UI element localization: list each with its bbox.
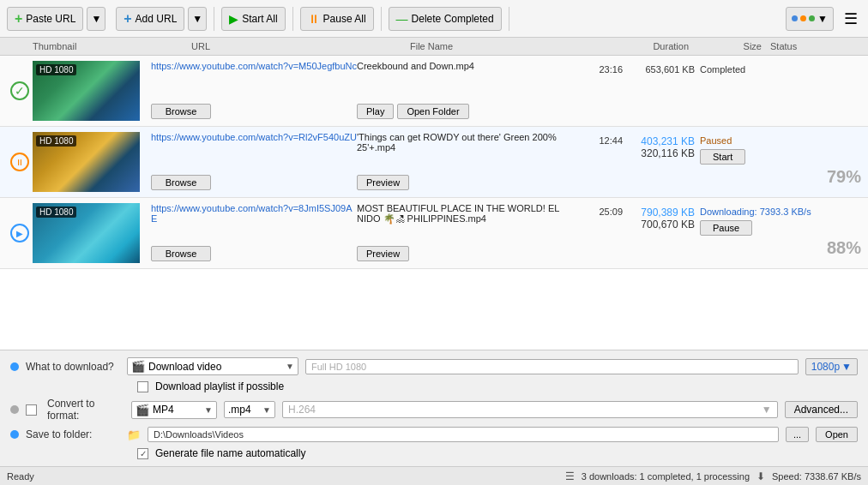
- quality-input: Full HD 1080: [305, 359, 799, 374]
- toolbar: + Paste URL ▼ + Add URL ▼ ▶ Start All ⏸ …: [0, 0, 868, 38]
- row-url-3: https://www.youtube.com/watch?v=8JmI5SJ0…: [151, 203, 357, 224]
- download-type-select[interactable]: 🎬 Download video ▼: [127, 357, 298, 375]
- codec-input: H.264 ▼: [282, 401, 778, 418]
- preview-button-2[interactable]: Preview: [357, 175, 409, 190]
- row-filename-col-3: MOST BEAUTIFUL PLACE IN THE WORLD! EL NI…: [357, 203, 571, 263]
- browse-button-1[interactable]: Browse: [151, 104, 211, 119]
- row-status-icon-1: ✓: [7, 61, 33, 121]
- downloads-info: 3 downloads: 1 completed, 1 processing: [582, 471, 750, 482]
- row-url-2: https://www.youtube.com/watch?v=Rl2vF540…: [151, 132, 357, 142]
- row-url-1: https://www.youtube.com/watch?v=M50Jegfb…: [151, 61, 357, 71]
- thumbnail-image-1: HD 1080: [33, 61, 140, 121]
- auto-filename-checkbox[interactable]: ✓: [137, 448, 148, 459]
- format-arrow: ▼: [204, 405, 213, 415]
- list-icon: ☰: [565, 470, 575, 482]
- open-folder-button[interactable]: Open: [816, 427, 858, 442]
- play-button-1[interactable]: Play: [357, 104, 394, 119]
- row-duration-1: 23:16: [571, 61, 623, 121]
- add-url-dropdown[interactable]: ▼: [188, 7, 207, 31]
- folder-path-input[interactable]: [148, 427, 779, 442]
- dot-orange: [800, 15, 806, 21]
- auto-filename-label: Generate file name automatically: [155, 447, 305, 459]
- download-arrow-icon: ⬇: [756, 470, 765, 482]
- row-duration-3: 25:09: [571, 203, 623, 263]
- row-percent-3: 88%: [827, 238, 861, 258]
- advanced-button[interactable]: Advanced...: [785, 401, 858, 418]
- bp-row-playlist: Download playlist if possible: [10, 380, 858, 392]
- row-status-icon-2: ⏸: [7, 132, 33, 192]
- play-icon: ▶: [229, 12, 238, 26]
- start-all-button[interactable]: ▶ Start All: [221, 7, 285, 31]
- row-actions-1: Play Open Folder: [357, 104, 571, 119]
- row-percent-2: 79%: [827, 167, 861, 187]
- format-film-icon: 🎬: [136, 404, 149, 416]
- hd-badge-2: HD 1080: [36, 135, 76, 147]
- row-thumbnail-1: HD 1080: [33, 61, 144, 121]
- bp-row-1: What to download? 🎬 Download video ▼ Ful…: [10, 357, 858, 375]
- row-thumbnail-2: HD 1080: [33, 132, 144, 192]
- row-duration-2: 12:44: [571, 132, 623, 192]
- row-actions-2: Preview: [357, 175, 571, 190]
- quality-select[interactable]: 1080p ▼: [805, 358, 858, 375]
- table-header: Thumbnail URL File Name Duration Size St…: [0, 38, 868, 56]
- delete-completed-button[interactable]: — Delete Completed: [389, 7, 502, 31]
- paste-url-button[interactable]: + Paste URL: [7, 7, 83, 31]
- format-select[interactable]: 🎬 MP4 ▼: [131, 401, 217, 419]
- row-actions-3: Preview: [357, 246, 571, 261]
- table-row: ✓ HD 1080 https://www.youtube.com/watch?…: [0, 56, 868, 127]
- pause-all-button[interactable]: ⏸ Pause All: [300, 7, 374, 31]
- paste-url-label: Paste URL: [26, 13, 75, 25]
- th-status-icon: [7, 41, 33, 51]
- convert-label: Convert to format:: [47, 398, 124, 422]
- row-status-text-1: Completed: [700, 64, 745, 75]
- dots-arrow-icon: ▼: [817, 13, 828, 25]
- quality-arrow: ▼: [841, 361, 852, 373]
- row-size-bottom-3: 700,670 KB: [623, 219, 695, 231]
- ext-option: .mp4: [228, 404, 259, 416]
- browse-button-3[interactable]: Browse: [151, 246, 211, 261]
- th-url: URL: [191, 41, 410, 51]
- convert-format-checkbox[interactable]: [26, 404, 37, 416]
- row-url-col-3: https://www.youtube.com/watch?v=8JmI5SJ0…: [151, 203, 357, 263]
- codec-label: H.264: [288, 404, 762, 416]
- add-url-arrow-icon: ▼: [192, 13, 202, 25]
- codec-arrow: ▼: [762, 404, 772, 416]
- row-filename-col-1: Creekbound and Down.mp4 Play Open Folder: [357, 61, 571, 121]
- delete-completed-label: Delete Completed: [412, 13, 494, 25]
- save-to-label: Save to folder:: [26, 428, 120, 440]
- download-playlist-checkbox[interactable]: [137, 381, 148, 392]
- hamburger-menu-button[interactable]: ☰: [841, 6, 861, 32]
- row-size-bottom-2: 320,116 KB: [623, 147, 695, 159]
- paste-url-dropdown[interactable]: ▼: [87, 7, 105, 31]
- add-url-button[interactable]: + Add URL: [116, 7, 184, 31]
- ext-arrow: ▼: [262, 405, 271, 415]
- bp-dot-2: [10, 405, 19, 414]
- preview-button-3[interactable]: Preview: [357, 246, 409, 261]
- row-url-col-1: https://www.youtube.com/watch?v=M50Jegfb…: [151, 61, 357, 121]
- separator-2: [292, 7, 293, 31]
- row-status-col-3: Downloading: 7393.3 KB/s Pause 88%: [700, 203, 861, 263]
- browse-button-2[interactable]: Browse: [151, 175, 211, 190]
- browse-folder-button[interactable]: ...: [786, 427, 809, 442]
- pause-button-3[interactable]: Pause: [700, 220, 752, 236]
- row-status-text-3: Downloading: 7393.3 KB/s: [700, 207, 811, 217]
- start-all-label: Start All: [242, 13, 277, 25]
- row-size-1: 653,601 KB: [623, 61, 700, 121]
- what-to-download-label: What to download?: [26, 361, 120, 373]
- row-filename-3: MOST BEAUTIFUL PLACE IN THE WORLD! EL NI…: [357, 203, 571, 225]
- start-button-2[interactable]: Start: [700, 149, 745, 165]
- bp-row-3: Save to folder: 📁 ... Open: [10, 427, 858, 442]
- bp-dot-3: [10, 430, 19, 439]
- row-status-col-1: Completed: [700, 61, 861, 121]
- downloading-icon: ▶: [10, 224, 29, 242]
- row-filename-2: 'Things can get ROWDY out there' Green 2…: [357, 132, 571, 153]
- row-size-top-3: 790,389 KB: [623, 207, 695, 219]
- ext-select[interactable]: .mp4 ▼: [224, 401, 275, 418]
- download-video-option: Download video: [148, 361, 282, 373]
- plus-icon: +: [15, 11, 22, 27]
- separator-1: [214, 7, 214, 31]
- dots-menu-button[interactable]: ▼: [786, 7, 834, 31]
- download-type-arrow: ▼: [286, 362, 294, 371]
- open-folder-button-1[interactable]: Open Folder: [397, 104, 468, 119]
- th-status: Status: [762, 41, 861, 51]
